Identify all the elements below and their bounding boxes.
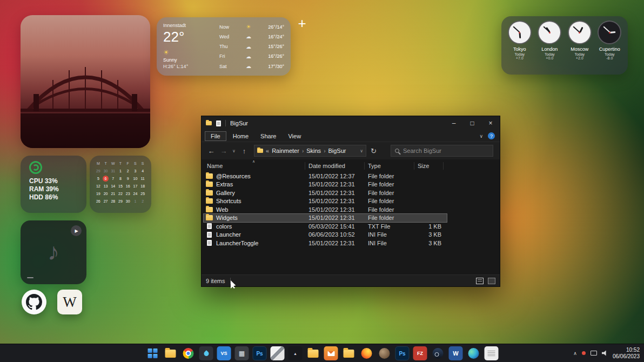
file-name: Launcher: [216, 231, 241, 238]
photoshop-beta-icon[interactable]: Ps: [395, 346, 410, 360]
file-row[interactable]: @Resources 15/01/2022 12:37 File folder: [204, 172, 447, 180]
weather-sun-icon: ☀: [238, 24, 259, 30]
tray-app-icon[interactable]: [582, 351, 586, 355]
calendar-day: 28: [109, 198, 117, 205]
file-row[interactable]: Launcher 06/06/2023 10:52 INI File 3 KB: [204, 231, 447, 239]
system-tray: ∧ 10:52 06/06/2023: [573, 344, 640, 362]
calendar-grid: M T W T F S S 29 30 31 1 2 3 4 5 6 7 8 9…: [95, 160, 146, 205]
address-bar[interactable]: « Rainmeter › Skins › BigSur ∨: [254, 145, 366, 157]
calendar-day: 13: [102, 183, 110, 190]
file-name: Web: [216, 206, 228, 213]
clock-offset: +7.0: [516, 56, 524, 60]
folder-apps-icon[interactable]: [306, 346, 320, 360]
column-type[interactable]: Type: [365, 162, 414, 170]
breadcrumb-separator-icon: ›: [302, 148, 304, 154]
calendar-widget[interactable]: M T W T F S S 29 30 31 1 2 3 4 5 6 7 8 9…: [90, 156, 151, 213]
refresh-icon[interactable]: ↻: [371, 147, 377, 155]
breadcrumb-rainmeter[interactable]: Rainmeter: [272, 148, 299, 154]
volume-icon[interactable]: [602, 350, 608, 356]
quick-access-toolbar-icon[interactable]: [216, 120, 221, 126]
file-row[interactable]: Web 15/01/2022 12:31 File folder: [204, 205, 447, 214]
menu-view[interactable]: View: [283, 132, 306, 140]
file-row[interactable]: Shortcuts 15/01/2022 12:31 File folder: [204, 197, 447, 206]
play-button[interactable]: ▶: [71, 225, 82, 236]
folder-icon: [308, 350, 319, 358]
address-dropdown-icon[interactable]: ∨: [360, 149, 363, 153]
file-row[interactable]: colors 05/03/2022 15:41 TXT File 1 KB: [204, 222, 447, 231]
app-grid-icon[interactable]: ▦: [235, 346, 249, 360]
column-size[interactable]: Size: [414, 162, 444, 170]
chrome-icon[interactable]: [182, 346, 196, 360]
tray-expand-icon[interactable]: ∧: [573, 351, 577, 356]
word-icon[interactable]: W: [449, 346, 463, 360]
breadcrumb-skins[interactable]: Skins: [306, 148, 321, 154]
search-box[interactable]: [391, 145, 493, 157]
photoshop-icon[interactable]: Ps: [253, 346, 267, 360]
file-row-selected[interactable]: Widgets 15/01/2022 12:31 File folder: [204, 214, 447, 223]
vscode-icon[interactable]: VS: [217, 346, 231, 360]
file-row[interactable]: Extras 15/01/2022 12:31 File folder: [204, 180, 447, 189]
column-date-modified[interactable]: Date modified: [305, 162, 365, 170]
minimize-button[interactable]: –: [445, 116, 463, 130]
file-explorer-icon[interactable]: [164, 346, 178, 360]
firefox-icon[interactable]: [360, 346, 374, 360]
file-type: File folder: [365, 206, 414, 213]
file-date: 15/01/2022 12:37: [305, 173, 365, 179]
icons-view-button[interactable]: [488, 278, 495, 284]
world-clocks-widget[interactable]: Tokyo Today +7.0 London Today +0.0 Mosco…: [501, 16, 628, 75]
folder-icon: [206, 207, 213, 212]
details-view-button[interactable]: [476, 278, 484, 284]
view-toggles: [472, 278, 495, 284]
menu-share[interactable]: Share: [255, 132, 281, 140]
start-button[interactable]: [146, 346, 160, 360]
expand-ribbon-icon[interactable]: ∨: [479, 133, 483, 139]
folder-docs-icon[interactable]: [342, 346, 356, 360]
design-tool-icon[interactable]: [271, 346, 285, 360]
wikipedia-shortcut[interactable]: W: [57, 290, 82, 314]
photo-widget[interactable]: [21, 15, 150, 148]
thunderbird-icon[interactable]: [378, 346, 392, 360]
steam-icon[interactable]: [431, 346, 445, 360]
weather-cloud-icon: ☁: [238, 53, 259, 59]
taskbar-clock[interactable]: 10:52 06/06/2023: [613, 347, 640, 360]
menu-file[interactable]: File: [205, 131, 226, 141]
add-widget-button[interactable]: +: [295, 16, 309, 30]
ram-usage-label: RAM 39%: [29, 185, 86, 193]
taskbar-date: 06/06/2023: [613, 353, 640, 360]
column-headers: ∧ Name Date modified Type Size: [204, 161, 498, 171]
forecast-row: Thu ☁ 15°/26°: [219, 44, 284, 50]
affinity-icon[interactable]: ▲: [289, 346, 303, 360]
up-button[interactable]: ↑: [239, 147, 250, 155]
mail-icon[interactable]: [324, 346, 338, 360]
forward-button[interactable]: →: [218, 147, 229, 155]
filezilla-icon[interactable]: FZ: [413, 346, 427, 360]
menu-home[interactable]: Home: [227, 132, 254, 140]
file-row[interactable]: LauncherToggle 15/01/2022 12:31 INI File…: [204, 239, 447, 247]
forecast-row: Sat ☁ 17°/30°: [219, 63, 284, 69]
window-titlebar[interactable]: BigSur – □ ×: [202, 116, 500, 130]
search-input[interactable]: [403, 148, 489, 154]
breadcrumb-bigsur[interactable]: BigSur: [328, 148, 346, 154]
github-shortcut[interactable]: [22, 290, 46, 314]
file-row[interactable]: Gallery 15/01/2022 12:31 File folder: [204, 189, 447, 197]
maximize-button[interactable]: □: [463, 116, 481, 130]
notes-icon[interactable]: [485, 346, 499, 360]
status-bar: 9 items: [202, 274, 500, 286]
music-note-icon: ♪: [48, 238, 59, 265]
help-icon[interactable]: ?: [488, 132, 495, 139]
rainmeter-icon[interactable]: [199, 346, 213, 360]
weather-widget[interactable]: Innenstadt 22° ☀ Sunny H:26° L:14° Now ☀…: [157, 17, 291, 76]
edge-icon[interactable]: [467, 346, 481, 360]
file-size: 1 KB: [414, 223, 441, 230]
close-button[interactable]: ×: [481, 116, 500, 130]
network-icon[interactable]: [591, 351, 597, 356]
music-widget[interactable]: ♪ ▶: [21, 220, 86, 284]
breadcrumb-overflow-icon[interactable]: «: [266, 148, 269, 154]
file-date: 15/01/2022 12:31: [305, 214, 365, 221]
system-monitor-widget[interactable]: CPU 33% RAM 39% HDD 86%: [21, 156, 86, 213]
recent-locations-icon[interactable]: ∨: [231, 149, 237, 153]
calendar-day: 21: [109, 190, 117, 197]
taskbar-time: 10:52: [613, 347, 640, 353]
back-button[interactable]: ←: [206, 147, 217, 155]
fz-glyph: FZ: [417, 351, 423, 356]
